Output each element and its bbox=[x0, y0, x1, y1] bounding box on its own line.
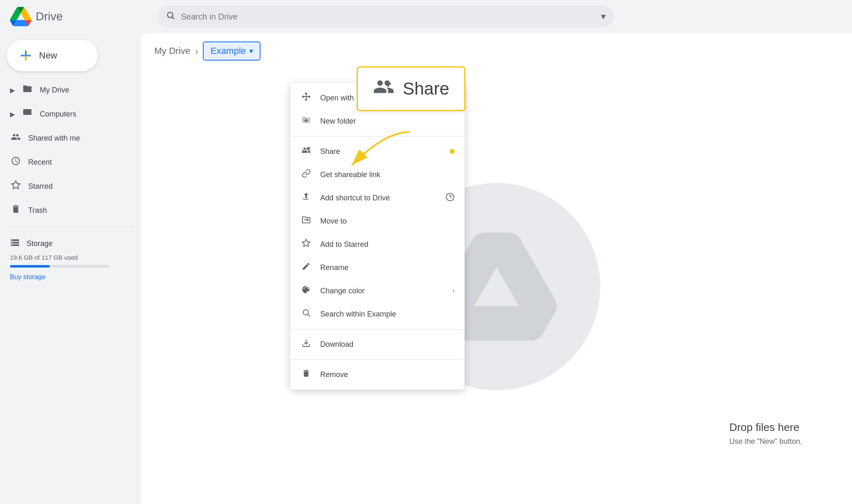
ctx-move-to-label: Move to bbox=[320, 217, 455, 226]
storage-label: Storage bbox=[27, 239, 53, 248]
ctx-search-within-label: Search within Example bbox=[320, 310, 455, 319]
topbar: Drive ▾ bbox=[0, 0, 852, 33]
trash-icon bbox=[10, 204, 22, 217]
buy-storage-link[interactable]: Buy storage bbox=[10, 273, 131, 281]
sidebar-item-recent[interactable]: Recent bbox=[0, 150, 134, 174]
breadcrumb-parent[interactable]: My Drive bbox=[154, 46, 190, 56]
svg-rect-6 bbox=[23, 109, 32, 115]
sidebar: New ▶ My Drive ▶ Computers Shared with m… bbox=[0, 33, 141, 504]
ctx-add-starred[interactable]: Add to Starred bbox=[290, 233, 465, 256]
storage-icon bbox=[10, 238, 20, 250]
computer-icon bbox=[22, 108, 33, 120]
sidebar-divider bbox=[7, 226, 134, 227]
expand-arrow-icon: ▶ bbox=[10, 110, 15, 118]
star-icon bbox=[10, 180, 22, 192]
ctx-download[interactable]: Download bbox=[290, 333, 465, 356]
ctx-section-4: Remove bbox=[290, 360, 465, 390]
new-plus-icon bbox=[18, 48, 33, 63]
sidebar-item-label-trash: Trash bbox=[28, 206, 47, 215]
svg-marker-7 bbox=[12, 181, 20, 189]
content-area: My Drive › Example ▾ Drop bbox=[141, 33, 852, 504]
breadcrumb-current-label: Example bbox=[210, 46, 246, 56]
shared-icon bbox=[10, 132, 22, 144]
sidebar-item-label-mydrive: My Drive bbox=[40, 86, 69, 95]
share-tooltip-icon bbox=[373, 76, 394, 102]
share-tooltip-label: Share bbox=[403, 79, 449, 99]
sidebar-item-label-starred: Starred bbox=[28, 182, 53, 191]
download-icon bbox=[300, 338, 312, 350]
breadcrumb: My Drive › Example ▾ bbox=[141, 33, 852, 69]
svg-line-1 bbox=[172, 17, 174, 19]
storage-section: Storage 19.6 GB of 117 GB used Buy stora… bbox=[0, 231, 141, 287]
folder-icon bbox=[22, 84, 33, 96]
search-bar[interactable]: ▾ bbox=[158, 6, 614, 27]
google-drive-logo-icon bbox=[10, 6, 32, 27]
color-palette-icon bbox=[300, 285, 312, 297]
ctx-move-to[interactable]: Move to bbox=[290, 209, 465, 233]
svg-marker-16 bbox=[302, 239, 310, 246]
submenu-arrow-icon: › bbox=[453, 287, 455, 295]
ctx-download-label: Download bbox=[320, 340, 455, 349]
drop-subtitle: Use the "New" button. bbox=[729, 437, 802, 446]
sidebar-item-mydrive[interactable]: ▶ My Drive bbox=[0, 78, 134, 102]
drop-zone-text: Drop files here Use the "New" button. bbox=[729, 421, 802, 446]
svg-line-18 bbox=[308, 314, 310, 317]
recent-icon bbox=[10, 156, 22, 168]
drop-zone: Drop files here Use the "New" button. bbox=[141, 69, 852, 504]
ctx-new-folder-label: New folder bbox=[320, 117, 455, 126]
rename-icon bbox=[300, 262, 312, 273]
shortcut-icon bbox=[300, 192, 312, 204]
share-tooltip: Share bbox=[357, 66, 465, 111]
expand-arrow-icon: ▶ bbox=[10, 86, 15, 94]
remove-icon bbox=[300, 369, 312, 380]
ctx-remove[interactable]: Remove bbox=[290, 363, 465, 386]
yellow-arrow bbox=[343, 128, 418, 178]
storage-bar-background bbox=[10, 265, 110, 268]
ctx-remove-label: Remove bbox=[320, 370, 455, 379]
move-to-icon bbox=[300, 215, 312, 227]
ctx-add-starred-label: Add to Starred bbox=[320, 240, 455, 249]
app-name: Drive bbox=[36, 10, 63, 23]
sidebar-item-computers[interactable]: ▶ Computers bbox=[0, 102, 134, 126]
breadcrumb-current-folder[interactable]: Example ▾ bbox=[203, 41, 260, 61]
ctx-rename-label: Rename bbox=[320, 263, 455, 272]
new-button[interactable]: New bbox=[7, 40, 98, 71]
share-icon bbox=[300, 146, 312, 157]
breadcrumb-dropdown-icon[interactable]: ▾ bbox=[249, 46, 253, 56]
ctx-add-shortcut-label: Add shortcut to Drive bbox=[320, 194, 437, 202]
sidebar-item-starred[interactable]: Starred bbox=[0, 174, 134, 198]
sidebar-item-label-shared: Shared with me bbox=[28, 134, 80, 143]
sidebar-item-label-computers: Computers bbox=[40, 110, 76, 119]
ctx-section-3: Download bbox=[290, 329, 465, 360]
storage-title: Storage bbox=[10, 238, 131, 250]
ctx-add-shortcut[interactable]: Add shortcut to Drive bbox=[290, 186, 465, 209]
new-button-label: New bbox=[39, 50, 57, 61]
main-layout: New ▶ My Drive ▶ Computers Shared with m… bbox=[0, 33, 852, 504]
sidebar-item-shared[interactable]: Shared with me bbox=[0, 126, 134, 150]
svg-point-17 bbox=[303, 310, 309, 315]
help-icon bbox=[445, 192, 455, 204]
svg-point-0 bbox=[168, 12, 173, 18]
search-dropdown-icon[interactable]: ▾ bbox=[601, 11, 606, 22]
drop-title: Drop files here bbox=[729, 421, 802, 434]
search-icon bbox=[166, 11, 175, 22]
open-with-icon bbox=[300, 92, 312, 104]
add-starred-icon bbox=[300, 239, 312, 250]
ctx-search-within[interactable]: Search within Example bbox=[290, 302, 465, 326]
ctx-change-color[interactable]: Change color › bbox=[290, 279, 465, 302]
share-highlight-dot bbox=[450, 149, 455, 154]
search-input[interactable] bbox=[181, 12, 595, 22]
logo-area: Drive bbox=[10, 6, 151, 27]
ctx-rename[interactable]: Rename bbox=[290, 256, 465, 279]
storage-bar-fill bbox=[10, 265, 50, 268]
link-icon bbox=[300, 169, 312, 180]
sidebar-item-label-recent: Recent bbox=[28, 158, 52, 167]
storage-used-text: 19.6 GB of 117 GB used bbox=[10, 254, 131, 261]
ctx-change-color-label: Change color bbox=[320, 287, 444, 295]
sidebar-item-trash[interactable]: Trash bbox=[0, 198, 134, 222]
new-folder-icon bbox=[300, 115, 312, 127]
breadcrumb-separator: › bbox=[195, 46, 198, 56]
search-within-icon bbox=[300, 308, 312, 320]
